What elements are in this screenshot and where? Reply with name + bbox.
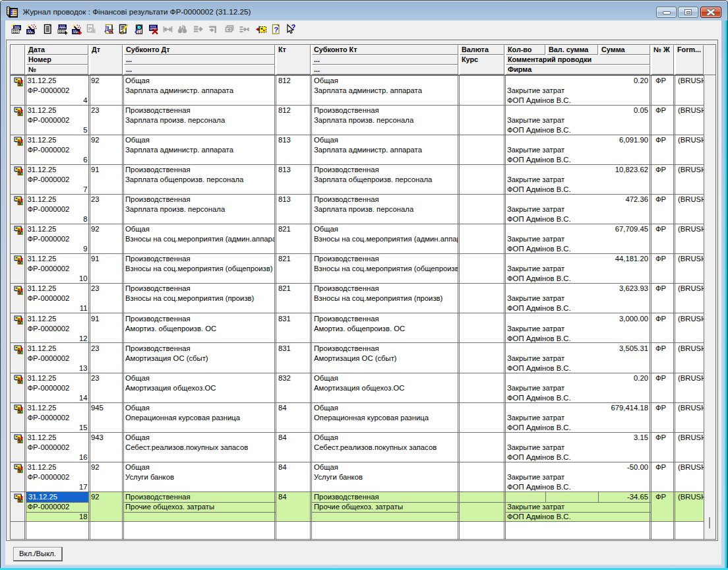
svg-text:?: ? <box>291 24 296 31</box>
svg-text:К: К <box>109 28 114 35</box>
svg-text:N: N <box>182 24 185 28</box>
svg-text:?: ? <box>274 26 278 34</box>
